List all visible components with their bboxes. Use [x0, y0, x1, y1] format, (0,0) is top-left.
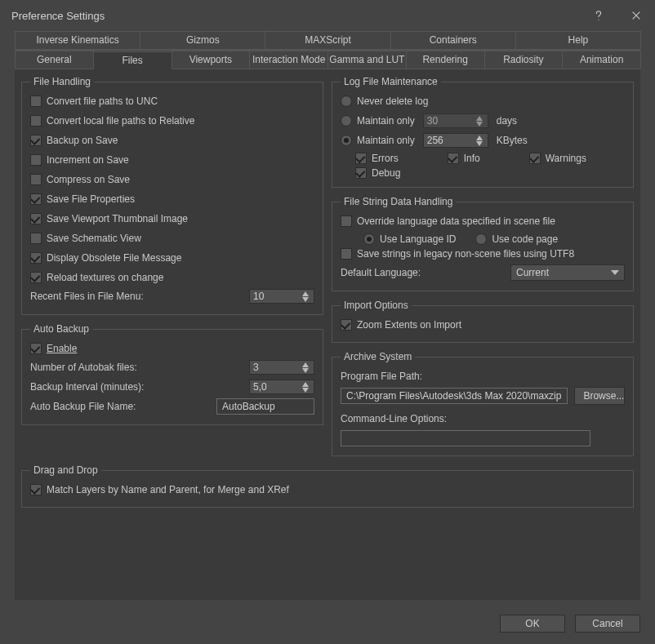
- chk-save-schematic[interactable]: Save Schematic View: [30, 233, 141, 244]
- cancel-button[interactable]: Cancel: [575, 615, 640, 633]
- close-icon[interactable]: [617, 0, 655, 31]
- chk-increment-on-save[interactable]: Increment on Save: [30, 154, 129, 166]
- legend-log-maintenance: Log File Maintenance: [341, 76, 441, 87]
- rdo-maintain-days[interactable]: Maintain only: [341, 115, 415, 127]
- select-default-language[interactable]: Current: [510, 264, 625, 281]
- spinner-arrows-icon[interactable]: [302, 382, 310, 393]
- preference-settings-window: Preference Settings Inverse Kinematics G…: [0, 0, 655, 644]
- chk-debug[interactable]: Debug: [355, 167, 400, 179]
- label-recent-files: Recent Files in File Menu:: [30, 291, 144, 302]
- input-cmdline-options[interactable]: [341, 430, 590, 446]
- spinner-backup-interval[interactable]: 5,0: [249, 380, 314, 394]
- group-string-handling: File String Data Handling Override langu…: [332, 196, 634, 291]
- chk-backup-on-save[interactable]: Backup on Save: [30, 135, 118, 146]
- spinner-autobak-files[interactable]: 3: [249, 360, 314, 375]
- chk-compress-on-save[interactable]: Compress on Save: [30, 174, 130, 185]
- tab-rendering[interactable]: Rendering: [406, 51, 485, 69]
- input-program-path[interactable]: [341, 388, 568, 404]
- tab-general[interactable]: General: [15, 51, 94, 69]
- spinner-arrows-icon[interactable]: [302, 362, 310, 373]
- chk-zoom-extents[interactable]: Zoom Extents on Import: [341, 319, 461, 331]
- rdo-never-delete[interactable]: Never delete log: [341, 95, 428, 107]
- spinner-arrows-icon[interactable]: [302, 291, 310, 302]
- legend-import-options: Import Options: [341, 300, 412, 311]
- titlebar: Preference Settings: [0, 0, 655, 31]
- rdo-maintain-kbytes[interactable]: Maintain only: [341, 135, 415, 146]
- chk-reload-textures[interactable]: Reload textures on change: [30, 272, 163, 283]
- tab-interaction-mode[interactable]: Interaction Mode: [249, 51, 328, 69]
- tab-content: File Handling Convert file paths to UNC …: [15, 69, 640, 600]
- tab-radiosity[interactable]: Radiosity: [484, 51, 564, 69]
- tabstrip-row2: General Files Viewports Interaction Mode…: [15, 50, 640, 69]
- legend-archive-system: Archive System: [341, 351, 415, 362]
- window-title: Preference Settings: [11, 10, 105, 22]
- chk-save-file-properties[interactable]: Save File Properties: [30, 193, 135, 205]
- chk-match-layers[interactable]: Match Layers by Name and Parent, for Mer…: [30, 484, 289, 495]
- group-archive-system: Archive System Program File Path: Browse…: [332, 351, 634, 456]
- spinner-recent-files[interactable]: 10: [249, 289, 314, 304]
- label-autobackup-filename: Auto Backup File Name:: [30, 401, 136, 412]
- tab-gamma-and-lut[interactable]: Gamma and LUT: [328, 51, 407, 69]
- rdo-use-language-id[interactable]: Use Language ID: [363, 233, 456, 245]
- ok-button[interactable]: OK: [500, 615, 565, 633]
- spinner-days[interactable]: 30: [423, 113, 488, 128]
- tab-gizmos[interactable]: Gizmos: [140, 31, 265, 49]
- tab-containers[interactable]: Containers: [390, 31, 516, 49]
- label-program-file-path: Program File Path:: [341, 371, 422, 382]
- group-file-handling: File Handling Convert file paths to UNC …: [21, 76, 323, 315]
- legend-auto-backup: Auto Backup: [30, 323, 92, 335]
- rdo-use-code-page[interactable]: Use code page: [475, 233, 558, 245]
- legend-file-handling: File Handling: [30, 76, 94, 87]
- chk-warnings[interactable]: Warnings: [529, 153, 586, 164]
- tab-help[interactable]: Help: [515, 31, 641, 49]
- tabstrip-row1: Inverse Kinematics Gizmos MAXScript Cont…: [15, 31, 640, 50]
- chk-enable-autobackup[interactable]: Enable: [30, 343, 77, 354]
- chk-info[interactable]: Info: [448, 153, 480, 164]
- chk-errors[interactable]: Errors: [355, 153, 399, 164]
- label-cmdline-options: Command-Line Options:: [341, 413, 447, 424]
- group-auto-backup: Auto Backup Enable Number of Autobak fil…: [21, 323, 323, 425]
- chk-save-utf8[interactable]: Save strings in legacy non-scene files u…: [341, 248, 574, 260]
- tab-files[interactable]: Files: [93, 51, 172, 69]
- tab-viewports[interactable]: Viewports: [172, 51, 251, 69]
- dialog-button-bar: OK Cancel: [0, 606, 655, 644]
- group-drag-and-drop: Drag and Drop Match Layers by Name and P…: [21, 464, 634, 508]
- spinner-arrows-icon[interactable]: [476, 116, 484, 127]
- label-kbytes: KBytes: [497, 135, 528, 146]
- spinner-arrows-icon[interactable]: [476, 135, 484, 146]
- chevron-down-icon: [611, 270, 619, 275]
- tab-maxscript[interactable]: MAXScript: [265, 31, 390, 49]
- browse-button[interactable]: Browse...: [574, 387, 625, 405]
- chk-save-thumbnail[interactable]: Save Viewport Thumbnail Image: [30, 213, 188, 224]
- group-log-maintenance: Log File Maintenance Never delete log Ma…: [332, 76, 634, 188]
- spinner-kbytes[interactable]: 256: [423, 133, 488, 148]
- svg-point-0: [598, 20, 599, 20]
- legend-string-handling: File String Data Handling: [341, 196, 456, 207]
- chk-display-obsolete[interactable]: Display Obsolete File Message: [30, 252, 181, 264]
- label-backup-interval: Backup Interval (minutes):: [30, 381, 144, 393]
- label-default-language: Default Language:: [341, 267, 421, 278]
- chk-convert-unc[interactable]: Convert file paths to UNC: [30, 95, 158, 107]
- label-autobak-files: Number of Autobak files:: [30, 362, 137, 373]
- help-icon[interactable]: [580, 0, 617, 31]
- legend-drag-and-drop: Drag and Drop: [30, 464, 101, 476]
- label-days: days: [497, 115, 517, 127]
- input-autobackup-filename[interactable]: [216, 398, 314, 415]
- chk-override-language[interactable]: Override language data specified in scen…: [341, 215, 555, 227]
- tab-animation[interactable]: Animation: [562, 51, 641, 69]
- chk-convert-relative[interactable]: Convert local file paths to Relative: [30, 115, 194, 127]
- tab-inverse-kinematics[interactable]: Inverse Kinematics: [15, 31, 140, 49]
- group-import-options: Import Options Zoom Extents on Import: [332, 300, 634, 343]
